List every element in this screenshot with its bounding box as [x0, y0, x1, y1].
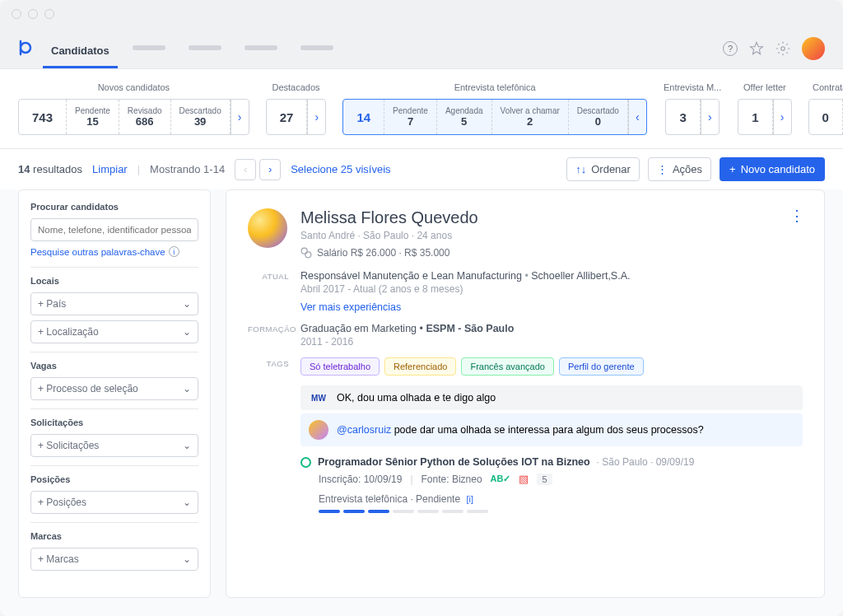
job-count-badge: 5 — [537, 474, 552, 485]
candidate-salary: Salário R$ 26.000 · R$ 35.000 — [300, 247, 478, 259]
top-navbar: Candidatos ? — [0, 28, 843, 69]
star-icon[interactable] — [749, 41, 764, 56]
chevron-down-icon: ⌄ — [183, 440, 191, 451]
salary-icon — [300, 247, 312, 259]
stage-progress — [300, 510, 803, 513]
comment-avatar — [309, 420, 328, 440]
stage-entrevista-telefonica[interactable]: 14 Pendente7 Agendada5 Volver a chamar2 … — [342, 99, 647, 135]
tag[interactable]: Só teletrabalho — [300, 357, 380, 376]
new-candidate-button[interactable]: +Novo candidato — [720, 157, 825, 181]
comment: @carlosruiz pode dar uma olhada se inter… — [300, 413, 803, 446]
candidate-name: Melissa Flores Quevedo — [300, 208, 478, 227]
comment-author-initials: MW — [309, 394, 328, 403]
candidate-location: Santo André · São Paulo · 24 anos — [300, 230, 478, 241]
tag[interactable]: Francês avançado — [461, 357, 554, 376]
search-input[interactable] — [30, 218, 198, 241]
stage-destacados[interactable]: 27 › — [266, 99, 327, 135]
info-icon[interactable]: [i] — [466, 494, 473, 504]
page-next-button[interactable]: › — [259, 159, 281, 180]
search-title: Procurar candidatos — [30, 202, 198, 212]
location-select[interactable]: + Localização⌄ — [30, 320, 198, 343]
sort-button[interactable]: ↑↓Ordenar — [566, 157, 640, 181]
svg-point-0 — [781, 46, 785, 50]
select-visible-link[interactable]: Selecione 25 visíveis — [291, 163, 390, 175]
jobs-select[interactable]: + Processo de seleção⌄ — [30, 377, 198, 400]
chevron-down-icon: ⌄ — [183, 553, 191, 565]
traffic-light-close[interactable] — [12, 9, 21, 19]
evaluation-ok-icon: AB✓ — [491, 474, 511, 484]
mask-off-icon: ▧ — [519, 473, 529, 485]
requisitions-select[interactable]: + Solicitações⌄ — [30, 434, 198, 457]
more-actions-icon[interactable]: ⋮ — [789, 207, 806, 225]
page-prev-button[interactable]: ‹ — [235, 159, 256, 180]
country-select[interactable]: + País⌄ — [30, 292, 198, 315]
actions-button[interactable]: ⋮Ações — [648, 157, 711, 181]
chevron-left-icon[interactable]: ‹ — [628, 100, 646, 134]
status-ring-icon — [300, 457, 311, 468]
window-titlebar — [0, 0, 843, 28]
traffic-light-maximize[interactable] — [44, 9, 54, 19]
filters-sidebar: Procurar candidatos Pesquise outras pala… — [18, 189, 211, 598]
user-avatar[interactable] — [802, 37, 825, 60]
chevron-down-icon: ⌄ — [183, 298, 191, 310]
candidate-tags: Só teletrabalho Referenciado Francês ava… — [300, 357, 803, 376]
chevron-down-icon: ⌄ — [183, 497, 191, 508]
settings-icon[interactable] — [775, 41, 790, 56]
help-icon[interactable]: ? — [723, 41, 738, 56]
svg-point-2 — [305, 252, 311, 258]
app-logo — [18, 40, 35, 58]
candidate-detail: ⋮ Melissa Flores Quevedo Santo André · S… — [226, 189, 825, 598]
chevron-down-icon: ⌄ — [183, 326, 191, 338]
chevron-right-icon[interactable]: › — [701, 100, 719, 134]
showing-range: Mostrando 1-14 — [150, 163, 225, 175]
tab-placeholder[interactable] — [245, 45, 277, 50]
chevron-down-icon: ⌄ — [183, 383, 191, 394]
tab-placeholder[interactable] — [189, 45, 221, 50]
traffic-light-minimize[interactable] — [28, 9, 38, 19]
brands-select[interactable]: + Marcas⌄ — [30, 548, 198, 571]
results-count: 14 resultados — [18, 163, 82, 175]
mention[interactable]: @carlosruiz — [337, 424, 391, 436]
stage-entrevista-m[interactable]: 3 › — [665, 99, 719, 135]
chevron-right-icon[interactable]: › — [231, 100, 249, 134]
tab-candidates[interactable]: Candidatos — [51, 44, 109, 68]
tag[interactable]: Perfil do gerente — [559, 357, 644, 376]
stage-novos[interactable]: 743 Pendente15 Revisado686 Descartado39 … — [18, 99, 249, 135]
tab-placeholder[interactable] — [133, 45, 165, 50]
chevron-right-icon[interactable]: › — [773, 100, 791, 134]
stage-contratado[interactable]: 0 › — [808, 99, 843, 135]
clear-filters-link[interactable]: Limpiar — [92, 163, 128, 175]
stage-title: Novos candidatos — [98, 82, 170, 94]
comment: MW OK, dou uma olhada e te digo algo — [300, 385, 803, 410]
chevron-right-icon[interactable]: › — [307, 100, 325, 134]
tag[interactable]: Referenciado — [384, 357, 456, 376]
search-help-link[interactable]: Pesquise outras palavras-chave i — [30, 246, 198, 257]
job-title[interactable]: Programador Sênior Python de Soluções IO… — [318, 456, 590, 468]
control-bar: 14 resultados Limpiar | Mostrando 1-14 ‹… — [0, 149, 843, 189]
candidate-avatar — [248, 208, 287, 248]
stage-offer-letter[interactable]: 1 › — [738, 99, 791, 135]
tab-placeholder[interactable] — [300, 45, 333, 50]
more-experience-link[interactable]: Ver mais experiências — [300, 301, 401, 313]
info-icon: i — [169, 246, 179, 257]
candidate-job: Programador Sênior Python de Soluções IO… — [248, 456, 803, 513]
positions-select[interactable]: + Posições⌄ — [30, 491, 198, 514]
pipeline-stages: Novos candidatos 743 Pendente15 Revisado… — [0, 69, 843, 149]
